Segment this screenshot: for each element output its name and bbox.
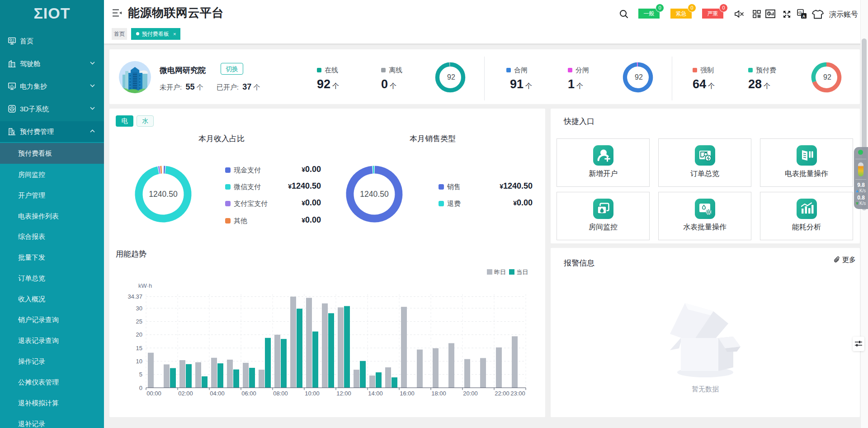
svg-text:92: 92 xyxy=(635,73,643,81)
svg-text:00:00: 00:00 xyxy=(146,390,161,397)
svg-text:1240.50: 1240.50 xyxy=(360,190,389,199)
svg-text:04:00: 04:00 xyxy=(210,390,225,397)
svg-text:34.37: 34.37 xyxy=(127,293,142,300)
svg-text:14:00: 14:00 xyxy=(368,390,383,397)
svg-text:92: 92 xyxy=(823,73,831,81)
svg-text:0: 0 xyxy=(139,385,142,391)
svg-text:20: 20 xyxy=(136,331,142,338)
svg-text:08:00: 08:00 xyxy=(273,390,288,397)
svg-text:10: 10 xyxy=(136,358,142,365)
svg-text:15: 15 xyxy=(136,345,142,352)
svg-text:A: A xyxy=(802,14,806,19)
svg-text:02:00: 02:00 xyxy=(178,390,193,397)
svg-text:20:00: 20:00 xyxy=(463,390,478,397)
svg-text:10:00: 10:00 xyxy=(305,390,320,397)
svg-text:12:00: 12:00 xyxy=(336,390,351,397)
svg-text:16:00: 16:00 xyxy=(400,390,415,397)
svg-text:1240.50: 1240.50 xyxy=(149,190,178,199)
svg-text:06:00: 06:00 xyxy=(241,390,256,397)
svg-text:92: 92 xyxy=(447,73,455,81)
svg-text:30: 30 xyxy=(136,305,142,312)
svg-text:23:00: 23:00 xyxy=(510,390,525,397)
svg-text:5: 5 xyxy=(139,371,142,378)
svg-text:22:00: 22:00 xyxy=(495,390,509,397)
svg-text:18:00: 18:00 xyxy=(431,390,446,397)
svg-text:25: 25 xyxy=(136,318,142,325)
